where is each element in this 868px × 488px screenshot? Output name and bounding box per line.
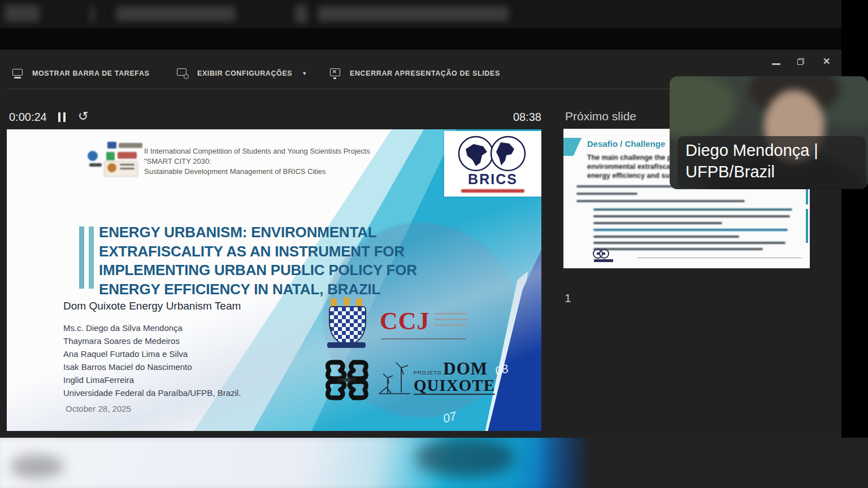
organizer-logo-icon <box>89 163 102 167</box>
brics-logo-subtext <box>461 189 524 193</box>
blurred-bottom-strip <box>0 438 868 488</box>
slide-title-line: EXTRAFISCALITY AS AN INSTRUMENT FOR <box>99 242 417 262</box>
gedifa-ornament-icon <box>321 354 373 406</box>
author: Thaymara Soares de Medeiros <box>63 334 241 347</box>
restore-window-button[interactable] <box>797 58 804 65</box>
author: Ana Raquel Furtado Lima e Silva <box>63 347 241 360</box>
taskbar-icon <box>11 67 25 80</box>
university: Universidade Federal da Paraíba/UFPB, Br… <box>63 386 241 399</box>
competition-header-line3: Sustainable Development Management of BR… <box>144 167 370 177</box>
blurred-top-blob <box>90 6 94 23</box>
close-button[interactable]: ✕ <box>823 56 830 67</box>
thumb-text-line <box>576 200 745 202</box>
slide-title-line: ENERGY URBANISM: ENVIRONMENTAL <box>99 223 417 242</box>
blurred-top-blob <box>5 5 40 22</box>
blurred-top-blob <box>318 6 509 21</box>
current-time: 08:38 <box>497 111 541 124</box>
thumb-text-line <box>593 215 790 217</box>
blurred-fade <box>537 438 605 488</box>
display-settings-label: EXIBIR CONFIGURAÇÕES <box>197 69 292 77</box>
next-slide-label: Próximo slide <box>565 110 636 123</box>
thumb-text-line <box>576 193 637 195</box>
thumb-footer-line <box>637 258 802 258</box>
ccj-logo-underline <box>381 338 466 339</box>
brics-logo-card: BRICS <box>444 131 541 197</box>
author: Inglid LimaFerreira <box>63 373 241 386</box>
brics-logo-text: BRICS <box>468 171 518 187</box>
dark-gap <box>0 28 868 50</box>
participant-nameplate: Diego Mendonça | UFPB/Brazil <box>678 136 866 188</box>
wind-turbines-icon <box>379 361 411 395</box>
organizer-logo-icon <box>120 168 134 169</box>
ufpb-crest-icon <box>327 297 367 349</box>
thumb-accent-shape <box>563 138 581 156</box>
ccj-logo-text: CCJ <box>380 309 430 334</box>
thumb-text-line <box>593 242 785 244</box>
organizer-logo-icon <box>119 143 142 148</box>
pause-timer-button[interactable] <box>58 112 71 123</box>
blurred-top-blob <box>295 5 307 23</box>
brics-globes-icon: BRICS <box>444 131 541 189</box>
dom-quixote-logo: PROJETODOM QUIXOTE <box>379 360 495 395</box>
thumb-teal-accent <box>806 209 808 243</box>
organizer-logo-icon <box>106 152 115 160</box>
thumb-text-line <box>593 236 739 238</box>
blurred-smudge <box>10 455 64 478</box>
organizer-logo-icon <box>118 152 137 159</box>
organizer-logo-icon <box>107 163 116 172</box>
show-taskbar-button[interactable]: MOSTRAR BARRA DE TAREFAS <box>11 63 149 84</box>
blurred-smudge <box>415 438 514 477</box>
thumb-text-line <box>593 222 722 224</box>
organizer-logo-icon <box>88 151 98 161</box>
author: Isak Barros Maciel do Nascimento <box>63 360 241 373</box>
chevron-down-icon: ▼ <box>302 71 307 76</box>
title-accent-bar <box>79 226 84 289</box>
organizer-logo-icon <box>120 164 134 165</box>
slide-title: ENERGY URBANISM: ENVIRONMENTAL EXTRAFISC… <box>99 223 417 299</box>
blurred-top-blob <box>116 6 236 21</box>
competition-header-line2: "SMART CITY 2030: <box>144 156 370 167</box>
thumb-heading: Desafio / Challenge <box>587 139 665 149</box>
author: Ms.c. Diego da Silva Mendonça <box>63 321 241 334</box>
end-slideshow-button[interactable]: ✕ ENCERRAR APRESENTAÇÃO DE SLIDES <box>329 63 500 84</box>
webcam-video-tile[interactable]: Diego Mendonça | UFPB/Brazil <box>670 76 868 189</box>
dq-quixote-text: QUIXOTE <box>414 377 495 395</box>
ccj-logo: CCJ <box>380 309 467 334</box>
current-slide[interactable]: 08 07 II International Competition of St… <box>7 129 541 431</box>
thumb-text-line <box>593 229 788 231</box>
dq-projeto-text: PROJETO <box>414 371 441 376</box>
display-settings-icon <box>176 67 190 80</box>
end-slideshow-label: ENCERRAR APRESENTAÇÃO DE SLIDES <box>350 69 500 77</box>
slide-date: October 28, 2025 <box>66 404 131 413</box>
screen-right-black-edge <box>841 0 868 488</box>
title-accent-bar <box>89 226 94 289</box>
dq-dom-text: DOM <box>443 359 488 378</box>
minimize-button[interactable] <box>772 63 780 65</box>
end-slideshow-icon: ✕ <box>329 67 342 80</box>
thumb-brics-icon <box>593 249 627 265</box>
competition-header-line1: II International Competition of Students… <box>144 146 370 156</box>
competition-header: II International Competition of Students… <box>144 146 370 177</box>
blurred-top-bar <box>0 0 868 28</box>
end-x-glyph: ✕ <box>332 69 337 75</box>
slide-title-line: ENERGY EFFICIENCY IN NATAL, BRAZIL <box>99 280 417 299</box>
elapsed-timer: 0:00:24 <box>9 111 47 124</box>
show-taskbar-label: MOSTRAR BARRA DE TAREFAS <box>32 69 149 77</box>
team-name: Dom Quixote Energy Urbanism Team <box>63 300 241 312</box>
participant-name: Diego Mendonça | <box>685 140 858 161</box>
thumb-text-line <box>593 208 792 211</box>
organizer-logo-icon <box>107 142 116 149</box>
slide-title-line: IMPLEMENTING URBAN PUBLIC POLICY FOR <box>99 261 417 280</box>
slide-page-indicator: 1 <box>565 291 571 305</box>
authors-list: Ms.c. Diego da Silva Mendonça Thaymara S… <box>63 321 241 399</box>
ccj-logo-lines <box>435 309 467 330</box>
restart-timer-button[interactable]: ↺ <box>78 109 88 124</box>
participant-affiliation: UFPB/Brazil <box>685 161 858 182</box>
presenter-view-screen: MOSTRAR BARRA DE TAREFAS EXIBIR CONFIGUR… <box>0 0 868 488</box>
display-settings-button[interactable]: EXIBIR CONFIGURAÇÕES ▼ <box>176 63 307 84</box>
